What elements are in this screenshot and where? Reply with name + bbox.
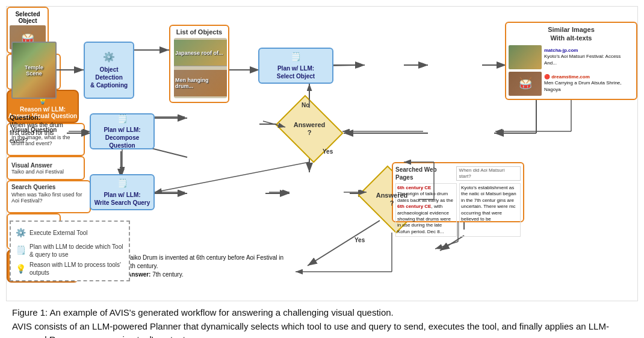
legend-item-2: Plan with LLM to decide which Tool & que… [29,243,124,258]
search-queries-title: Search Queries [11,184,86,190]
svg-line-16 [151,148,187,157]
plan-select-icon: 🗒️ [291,51,301,62]
svg-line-32 [155,162,309,192]
plan-llm-select-label: Plan w/ LLM: Select Object [277,64,315,80]
list-item-2: Men hanging drum... [175,77,226,89]
search-queries-text: When was Taiko first used for Aoi Festiv… [11,192,86,204]
gear-icon: ⚙️ [103,51,115,64]
question-label: Question: [10,114,69,121]
final-answer-text: Taiko Drum is invented at 6th century be… [127,254,289,279]
plan-llm-decompose-box: 🗒️ Plan w/ LLM: Decompose Question [90,113,155,149]
plan-write-icon: 🗒️ [117,178,128,189]
final-answer-content: Taiko Drum is invented at 6th century be… [127,254,283,278]
similar-img2-text: Men Carrying a Drum Atsuta Shrine, Nagoy… [544,80,634,93]
similar-img1-text: Kyoto's Aoi Matsuri Festival: Access And… [544,54,634,66]
yes-label-2: Yes [355,237,365,243]
visual-answer-text: Taiko and Aoi Festival [11,169,80,175]
legend-icon-2: 🗒️ [16,243,26,258]
search-queries-box: Search Queries When was Taiko first used… [7,180,91,213]
caption-line2: AVIS consists of an LLM-powered Planner … [12,321,391,331]
plan-llm-select-box: 🗒️ Plan w/ LLM: Select Object [258,48,333,84]
similar-img1-site: matcha-jp.com [544,48,634,54]
answered-label-2: Answered ? [376,192,408,207]
web-result2-text: Kyoto's establishment as the natic oi Ma… [461,185,516,222]
svg-line-27 [333,65,365,66]
web-query: When did Aoi Matsuri start? [456,166,521,181]
list-objects-box: List of Objects Japanese roof of... Men … [169,25,229,103]
plan-llm-decompose-label: Plan w/ LLM: Decompose Question [93,126,151,149]
plan-llm-write-box: 🗒️ Plan w/ LLM: Write Search Query [90,174,155,210]
plan-decompose-icon: 🗒️ [117,113,128,124]
main-photo: TempleScene [11,42,57,99]
legend-box: ⚙️ Execute External Tool 🗒️ Plan with LL… [10,221,130,281]
legend-item-1: Execute External Tool [29,228,88,239]
diagram-area: TempleScene ⚙️ Object Detection & Captio… [6,6,638,301]
main-container: TempleScene ⚙️ Object Detection & Captio… [0,0,644,338]
list-item-1: Japanese roof of... [175,50,223,56]
svg-line-43 [435,242,458,249]
legend-icon-3: 💡 [16,261,26,277]
answered-label-1: Answered ? [294,121,326,137]
object-detection-label: Object Detection & Captioning [87,66,131,89]
caption-area: Figure 1: An example of AVIS's generated… [6,301,638,338]
similar-images-title: Similar Images With alt-texts [509,25,634,43]
similar-img2-site: dreamstime.com [551,74,590,80]
plan-llm-write-label: Plan w/ LLM: Write Search Query [94,191,150,207]
legend-icon-1: ⚙️ [16,225,26,240]
question-text: When was the drum first used for this ev… [10,121,69,145]
legend-item-3: Reason with LLM to process tools' output… [29,261,124,277]
list-objects-title: List of Objects [174,28,224,36]
visual-answer-title: Visual Answer [11,162,80,169]
svg-line-24 [440,236,464,251]
question-box: Question: When was the drum first used f… [10,114,69,145]
visual-answer-box: Visual Answer Taiko and Aoi Festival [7,156,85,180]
caption-line1: Figure 1: An example of AVIS's generated… [12,307,394,318]
selected-object-label: Selected Object [15,11,40,24]
object-detection-box: ⚙️ Object Detection & Captioning [84,42,134,99]
similar-images-box: Similar Images With alt-texts matcha-jp.… [505,22,637,100]
